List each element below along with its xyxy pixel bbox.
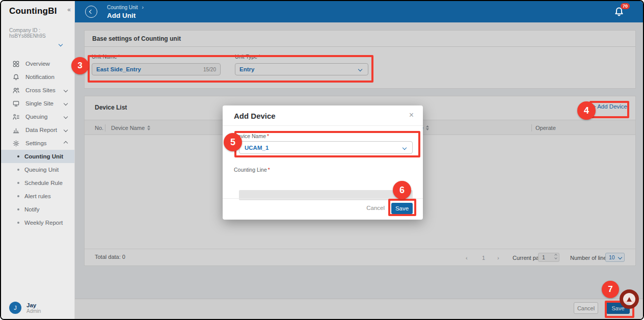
sidebar-menu: Overview Notification Cross Sites Sing <box>1 57 74 150</box>
bullet-icon <box>17 169 19 171</box>
chevron-down-icon <box>64 101 68 105</box>
main-content: Base settings of Counting unit Unit Name… <box>75 22 643 319</box>
chevron-down-icon <box>64 115 68 119</box>
breadcrumb[interactable]: Counting Unit › <box>107 5 144 10</box>
notification-badge: 70 <box>621 3 630 9</box>
avatar: J <box>9 302 21 314</box>
sidebar-item-queuing-unit[interactable]: Queuing Unit <box>1 163 74 176</box>
add-device-modal: Add Device × Device Name* UCAM_1 Countin… <box>223 105 423 220</box>
breadcrumb-separator: › <box>142 5 144 10</box>
device-name-label: Device Name* <box>234 133 269 139</box>
bullet-icon <box>17 208 19 210</box>
grid-icon <box>12 60 20 68</box>
gear-icon <box>12 140 20 147</box>
sidebar-item-settings[interactable]: Settings <box>1 137 74 150</box>
chevron-left-icon <box>89 10 93 14</box>
sidebar-item-counting-unit[interactable]: Counting Unit <box>1 150 74 163</box>
chevron-down-icon <box>64 128 68 132</box>
bullet-icon <box>17 222 19 224</box>
required-asterisk: * <box>268 167 270 173</box>
modal-save-button[interactable]: Save <box>391 203 413 214</box>
chevron-up-icon <box>64 141 68 145</box>
chart-icon <box>12 126 20 134</box>
users-icon <box>12 87 20 94</box>
user-name: Jay <box>26 302 41 308</box>
modal-cancel-button[interactable]: Cancel <box>366 205 385 211</box>
company-id-label: Company ID : hsBYs88ENh9S <box>1 18 74 39</box>
app-window: CountingBI « Company ID : hsBYs88ENh9S O… <box>0 0 644 320</box>
bullet-icon <box>17 182 19 184</box>
sidebar-item-weekly-report[interactable]: Weekly Report <box>1 216 74 229</box>
sidebar-item-single-site[interactable]: Single Site <box>1 97 74 110</box>
page-title: Add Unit <box>107 12 136 19</box>
user-profile[interactable]: J Jay Admin <box>9 302 41 314</box>
brand-logo: CountingBI <box>9 6 57 16</box>
chevron-down-icon <box>403 145 407 149</box>
device-name-select[interactable]: UCAM_1 <box>239 141 413 154</box>
modal-title: Add Device <box>234 112 276 120</box>
bullet-icon <box>17 195 19 197</box>
sidebar-item-cross-sites[interactable]: Cross Sites <box>1 84 74 97</box>
sidebar: CountingBI « Company ID : hsBYs88ENh9S O… <box>1 1 75 319</box>
sidebar-item-overview[interactable]: Overview <box>1 57 74 70</box>
sidebar-collapse-icon[interactable]: « <box>67 6 71 13</box>
sidebar-item-queuing[interactable]: Queuing <box>1 110 74 123</box>
sidebar-item-schedule-rule[interactable]: Schedule Rule <box>1 176 74 190</box>
bullet-icon <box>17 155 19 157</box>
queue-icon <box>12 113 20 121</box>
sidebar-item-notify[interactable]: Notify <box>1 203 74 216</box>
back-button[interactable] <box>85 6 97 18</box>
sidebar-item-notification[interactable]: Notification <box>1 70 74 84</box>
required-asterisk: * <box>267 133 269 139</box>
chevron-down-icon <box>64 88 68 92</box>
bell-icon <box>12 73 20 81</box>
counting-line-label: Counting Line* <box>234 167 270 173</box>
sidebar-item-data-report[interactable]: Data Report <box>1 123 74 137</box>
close-icon[interactable]: × <box>409 111 414 120</box>
user-role: Admin <box>26 308 41 314</box>
top-header: Counting Unit › Add Unit 70 <box>75 1 643 22</box>
monitor-icon <box>12 100 20 108</box>
sidebar-item-alert-rules[interactable]: Alert rules <box>1 190 74 203</box>
settings-submenu: Counting Unit Queuing Unit Schedule Rule… <box>1 150 74 229</box>
notification-bell-button[interactable]: 70 <box>613 6 625 17</box>
company-expand-icon[interactable] <box>1 39 74 46</box>
